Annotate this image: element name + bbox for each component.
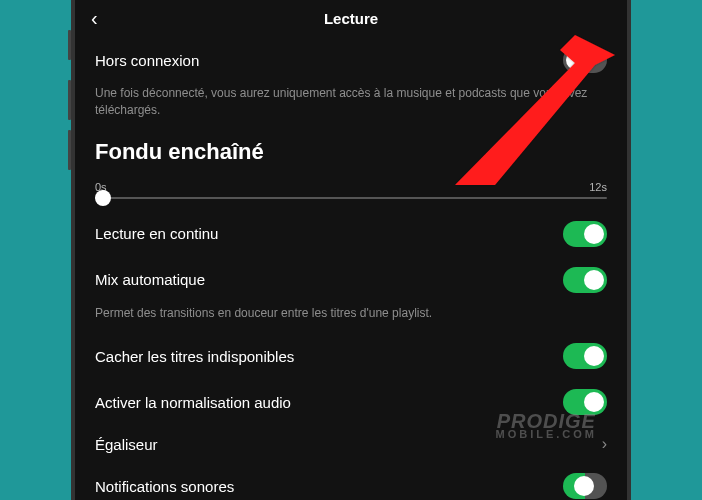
setting-toggle[interactable]: [563, 221, 607, 247]
setting-toggle[interactable]: [563, 473, 607, 499]
slider-thumb[interactable]: [95, 190, 111, 206]
crossfade-title: Fondu enchaîné: [75, 131, 627, 173]
phone-frame: ‹ Lecture Hors connexion Une fois déconn…: [71, 0, 631, 500]
offline-label: Hors connexion: [95, 52, 199, 69]
setting-row: Lecture en continu: [75, 211, 627, 257]
setting-toggle[interactable]: [563, 389, 607, 415]
setting-label: Cacher les titres indisponibles: [95, 348, 294, 365]
crossfade-slider[interactable]: 0s 12s: [75, 173, 627, 211]
setting-description: Permet des transitions en douceur entre …: [75, 303, 627, 334]
side-button: [68, 80, 71, 120]
chevron-right-icon[interactable]: ›: [602, 435, 607, 453]
setting-row: Activer la normalisation audio: [75, 379, 627, 425]
setting-row: Cacher les titres indisponibles: [75, 333, 627, 379]
setting-row: Mix automatique: [75, 257, 627, 303]
setting-toggle[interactable]: [563, 343, 607, 369]
setting-label: Activer la normalisation audio: [95, 394, 291, 411]
back-icon[interactable]: ‹: [91, 7, 98, 30]
header: ‹ Lecture: [75, 0, 627, 37]
side-button: [68, 30, 71, 60]
setting-toggle[interactable]: [563, 267, 607, 293]
page-title: Lecture: [324, 10, 378, 27]
setting-label: Notifications sonores: [95, 478, 234, 495]
slider-max: 12s: [589, 181, 607, 193]
setting-label: Égaliseur: [95, 436, 158, 453]
setting-label: Lecture en continu: [95, 225, 218, 242]
offline-description: Une fois déconnecté, vous aurez uniqueme…: [75, 83, 627, 131]
row-offline: Hors connexion: [75, 37, 627, 83]
offline-toggle[interactable]: [563, 47, 607, 73]
setting-row: Notifications sonores: [75, 463, 627, 500]
setting-row: Égaliseur›: [75, 425, 627, 463]
side-button: [68, 130, 71, 170]
setting-label: Mix automatique: [95, 271, 205, 288]
